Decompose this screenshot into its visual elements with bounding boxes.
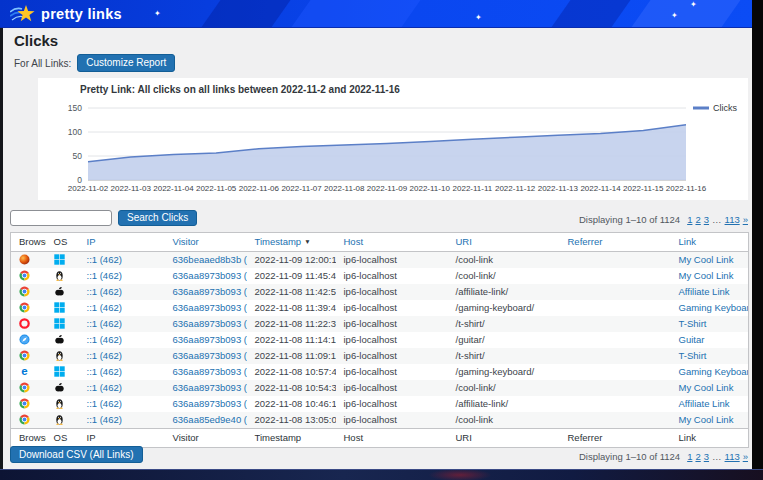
uri-cell: /guitar/ <box>448 332 560 348</box>
visitor-link[interactable]: 636aa8973b093 (1) <box>173 366 247 377</box>
download-csv-button[interactable]: Download CSV (All Links) <box>10 446 143 463</box>
safari-icon <box>19 334 30 345</box>
visitor-link[interactable]: 636aa8973b093 (1) <box>173 398 247 409</box>
column-header-uri[interactable]: URI <box>448 233 560 252</box>
timestamp-cell: 2022-11-09 12:00:15 <box>247 252 336 269</box>
pretty-links-admin-page: ✦ ✦ ✦ ✦ pretty links Clicks For All Link… <box>0 0 752 469</box>
pretty-link[interactable]: My Cool Link <box>679 414 734 425</box>
svg-text:2022-11-08: 2022-11-08 <box>324 184 365 193</box>
ip-link[interactable]: ::1 (462) <box>87 334 122 345</box>
pretty-link[interactable]: T-Shirt <box>679 318 707 329</box>
banner-stripe <box>542 0 637 28</box>
svg-text:100: 100 <box>68 127 82 137</box>
windows-icon <box>54 302 65 313</box>
svg-text:2022-11-07: 2022-11-07 <box>281 184 322 193</box>
table-row: ::1 (462)636aa8973b093 (1)2022-11-08 11:… <box>11 300 749 316</box>
column-header-visitor[interactable]: Visitor <box>165 233 247 252</box>
page-link-»[interactable]: » <box>743 214 748 225</box>
visitor-link[interactable]: 636aa8973b093 (1) <box>173 382 247 393</box>
svg-text:e: e <box>21 366 27 377</box>
page-link-3[interactable]: 3 <box>704 214 709 225</box>
referrer-cell <box>560 316 671 332</box>
pretty-link[interactable]: Gaming Keyboard <box>679 302 749 313</box>
page-link-»[interactable]: » <box>743 451 748 462</box>
pretty-link[interactable]: Guitar <box>679 334 705 345</box>
host-cell: ip6-localhost <box>336 252 448 269</box>
visitor-link[interactable]: 636aa8973b093 (1) <box>173 270 247 281</box>
ip-link[interactable]: ::1 (462) <box>87 350 122 361</box>
referrer-cell <box>560 412 671 429</box>
page-link-2[interactable]: 2 <box>695 214 700 225</box>
column-header-link[interactable]: Link <box>671 233 749 252</box>
svg-text:2022-11-06: 2022-11-06 <box>239 184 280 193</box>
ip-link[interactable]: ::1 (462) <box>87 398 122 409</box>
timestamp-cell: 2022-11-08 10:46:19 <box>247 396 336 412</box>
ip-link[interactable]: ::1 (462) <box>87 286 122 297</box>
legend-label: Clicks <box>713 103 737 113</box>
customize-report-button[interactable]: Customize Report <box>77 54 175 72</box>
pretty-link[interactable]: Gaming Keyboard <box>679 366 749 377</box>
page-link-1[interactable]: 1 <box>687 214 692 225</box>
ip-link[interactable]: ::1 (462) <box>87 318 122 329</box>
column-header-timestamp[interactable]: Timestamp▼ <box>247 233 336 252</box>
column-header-ip[interactable]: IP <box>79 233 165 252</box>
visitor-link[interactable]: 636aa8973b093 (1) <box>173 350 247 361</box>
page-link-2[interactable]: 2 <box>695 451 700 462</box>
search-clicks-button[interactable]: Search Clicks <box>118 210 197 226</box>
page-link-1[interactable]: 1 <box>687 451 692 462</box>
ip-link[interactable]: ::1 (462) <box>87 366 122 377</box>
table-row: ::1 (462)636aa8973b093 (1)2022-11-08 11:… <box>11 284 749 300</box>
svg-text:2022-11-10: 2022-11-10 <box>410 184 451 193</box>
svg-text:2022-11-03: 2022-11-03 <box>111 184 152 193</box>
column-header-referrer[interactable]: Referrer <box>560 233 671 252</box>
table-row: ::1 (462)636aa85ed9e40 (1)2022-11-08 13:… <box>11 412 749 429</box>
window-edge <box>752 0 763 480</box>
visitor-link[interactable]: 636aa85ed9e40 (1) <box>173 414 247 425</box>
pretty-link[interactable]: T-Shirt <box>679 350 707 361</box>
pretty-link[interactable]: My Cool Link <box>679 270 734 281</box>
pretty-link[interactable]: My Cool Link <box>679 382 734 393</box>
host-cell: ip6-localhost <box>336 364 448 380</box>
clicks-table-body: ::1 (462)636beaaed8b3b (1)2022-11-09 12:… <box>11 252 749 429</box>
host-cell: ip6-localhost <box>336 380 448 396</box>
column-header-referrer: Referrer <box>560 429 671 448</box>
svg-text:2022-11-11: 2022-11-11 <box>453 184 493 193</box>
column-header-browser: Browser <box>11 429 46 448</box>
pretty-link[interactable]: Affiliate Link <box>679 398 730 409</box>
banner-stripe <box>622 0 747 28</box>
timestamp-cell: 2022-11-08 10:57:43 <box>247 364 336 380</box>
pretty-link[interactable]: My Cool Link <box>679 254 734 265</box>
clicks-chart-card: Pretty Link: All clicks on all links bet… <box>38 78 748 200</box>
column-header-os: OS <box>46 233 79 252</box>
page-link-3[interactable]: 3 <box>704 451 709 462</box>
visitor-link[interactable]: 636aa8973b093 (1) <box>173 318 247 329</box>
host-cell: ip6-localhost <box>336 412 448 429</box>
visitor-link[interactable]: 636aa8973b093 (1) <box>173 334 247 345</box>
ip-link[interactable]: ::1 (462) <box>87 254 122 265</box>
referrer-cell <box>560 300 671 316</box>
table-footer-row: BrowserOSIPVisitorTimestampHostURIReferr… <box>11 429 749 448</box>
apple-icon <box>54 382 65 393</box>
ip-link[interactable]: ::1 (462) <box>87 302 122 313</box>
ip-link[interactable]: ::1 (462) <box>87 414 122 425</box>
ip-link[interactable]: ::1 (462) <box>87 270 122 281</box>
pretty-link[interactable]: Affiliate Link <box>679 286 730 297</box>
sort-desc-icon: ▼ <box>304 238 310 245</box>
svg-text:2022-11-14: 2022-11-14 <box>580 184 621 193</box>
page-link-113[interactable]: 113 <box>725 451 740 462</box>
host-cell: ip6-localhost <box>336 268 448 284</box>
visitor-link[interactable]: 636aa8973b093 (1) <box>173 286 247 297</box>
page-link-113[interactable]: 113 <box>725 214 740 225</box>
linux-icon <box>54 350 65 361</box>
linux-icon <box>54 270 65 281</box>
timestamp-cell: 2022-11-08 11:39:42 <box>247 300 336 316</box>
svg-text:2022-11-04: 2022-11-04 <box>153 184 194 193</box>
column-header-host[interactable]: Host <box>336 233 448 252</box>
ip-link[interactable]: ::1 (462) <box>87 382 122 393</box>
search-input[interactable] <box>10 210 112 226</box>
chrome-icon <box>19 286 30 297</box>
visitor-link[interactable]: 636aa8973b093 (1) <box>173 302 247 313</box>
chrome-icon <box>19 302 30 313</box>
visitor-link[interactable]: 636beaaed8b3b (1) <box>173 254 247 265</box>
table-row: ::1 (462)636aa8973b093 (1)2022-11-08 11:… <box>11 332 749 348</box>
